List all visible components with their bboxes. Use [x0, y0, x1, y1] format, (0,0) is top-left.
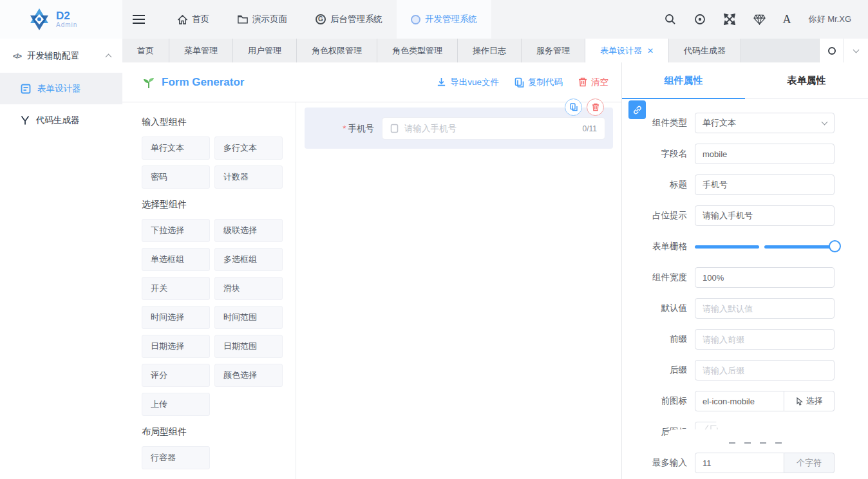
- char-counter: 0/11: [583, 124, 597, 133]
- placeholder-input[interactable]: [695, 205, 835, 226]
- font-size-button[interactable]: A: [783, 13, 791, 26]
- logo-text: D2 Admin: [56, 10, 77, 28]
- whiteout-smudge: [668, 429, 854, 453]
- form-grid-slider[interactable]: [695, 236, 841, 257]
- sidebar-item-form-designer[interactable]: 表单设计器: [0, 73, 122, 104]
- sidebar: </> 开发辅助配置 表单设计器 代码生成器: [0, 39, 122, 479]
- sprout-icon: [142, 75, 156, 89]
- component-palette: 输入型组件 单行文本 多行文本 密码 计数器 选择型组件 下拉选择 级联选择: [122, 102, 296, 479]
- required-mark: *: [343, 124, 346, 133]
- palette-item-switch[interactable]: 开关: [142, 277, 210, 300]
- sidebar-item-code-generator[interactable]: 代码生成器: [0, 104, 122, 136]
- nav-item-demo-pages[interactable]: 演示页面: [223, 0, 301, 39]
- gem-icon[interactable]: [753, 14, 766, 26]
- field-name-input[interactable]: [695, 144, 835, 164]
- hamburger-icon: [133, 19, 145, 21]
- page-tab-code-generator[interactable]: 代码生成器: [669, 39, 741, 62]
- page-tab-user-mgmt[interactable]: 用户管理: [233, 39, 297, 62]
- palette-item-date-range[interactable]: 日期范围: [214, 335, 283, 358]
- search-icon[interactable]: [665, 14, 677, 26]
- palette-item-rate[interactable]: 评分: [142, 364, 210, 387]
- nav-label: 首页: [192, 14, 209, 25]
- title-input[interactable]: [695, 174, 835, 195]
- page-tab-operation-log[interactable]: 操作日志: [458, 39, 522, 62]
- app-logo[interactable]: D2 Admin: [0, 0, 122, 39]
- row-component-width: 组件宽度: [632, 267, 868, 288]
- home-icon: [178, 15, 187, 24]
- generator-actions: 导出vue文件 复制代码 清空: [437, 77, 609, 88]
- palette-item-checkbox-group[interactable]: 多选框组: [214, 248, 283, 271]
- sidebar-group-label: 开发辅助配置: [27, 50, 79, 62]
- slider-track: [695, 245, 759, 249]
- default-value-input[interactable]: [695, 298, 835, 319]
- tab-label: 角色类型管理: [392, 45, 442, 57]
- palette-item-password[interactable]: 密码: [142, 165, 210, 189]
- g-circle-icon: G: [316, 14, 326, 24]
- nav-item-backend-system[interactable]: G 后台管理系统: [301, 0, 397, 39]
- nav-label: 演示页面: [252, 14, 287, 25]
- component-type-select[interactable]: 单行文本: [695, 113, 835, 133]
- delete-field-button[interactable]: [587, 99, 604, 116]
- tab-menu-button[interactable]: [844, 39, 868, 62]
- palette-item-single-line-text[interactable]: 单行文本: [142, 136, 210, 160]
- chevron-down-icon: [853, 46, 860, 53]
- prefix-input[interactable]: [695, 329, 835, 350]
- palette-item-radio-group[interactable]: 单选框组: [142, 248, 210, 271]
- page-tab-form-designer[interactable]: 表单设计器 ✕: [585, 39, 669, 62]
- page-tab-role-permission-mgmt[interactable]: 角色权限管理: [297, 39, 377, 62]
- nav-item-dev-system[interactable]: 开发管理系统: [397, 0, 491, 39]
- canvas-field-mobile[interactable]: *手机号 请输入手机号 0/11: [305, 108, 613, 149]
- max-input-field[interactable]: [695, 453, 784, 473]
- mobile-input[interactable]: 请输入手机号 0/11: [382, 117, 605, 140]
- row-back-icon: 后图标: [632, 422, 868, 442]
- page-tab-role-type-mgmt[interactable]: 角色类型管理: [377, 39, 458, 62]
- palette-item-slider[interactable]: 滑块: [214, 277, 283, 300]
- code-generator-icon: [21, 115, 30, 126]
- tab-refresh-button[interactable]: [819, 39, 844, 62]
- palette-item-counter[interactable]: 计数器: [214, 165, 283, 189]
- palette-item-time-picker[interactable]: 时间选择: [142, 306, 210, 329]
- palette-item-time-range[interactable]: 时间范围: [214, 306, 283, 329]
- duplicate-field-button[interactable]: [565, 99, 582, 116]
- field-actions: [565, 99, 604, 116]
- nav-label: 后台管理系统: [330, 14, 382, 25]
- palette-item-cascader[interactable]: 级联选择: [214, 219, 283, 242]
- page-tab-service-mgmt[interactable]: 服务管理: [522, 39, 585, 62]
- palette-item-upload[interactable]: 上传: [142, 393, 210, 416]
- field-label: 表单栅格: [632, 241, 687, 252]
- circle-dot-icon[interactable]: [694, 14, 706, 26]
- logo-title: D2: [56, 10, 77, 21]
- sidebar-group-dev-config[interactable]: </> 开发辅助配置: [0, 39, 122, 73]
- palette-item-row-container[interactable]: 行容器: [142, 446, 210, 469]
- palette-item-select[interactable]: 下拉选择: [142, 219, 210, 242]
- palette-item-multi-line-text[interactable]: 多行文本: [214, 136, 283, 160]
- link-field-button[interactable]: [628, 100, 646, 119]
- page-tab-menu-mgmt[interactable]: 菜单管理: [169, 39, 233, 62]
- app-window: D2 Admin 首页 演示页面 G 后台管理系统: [0, 0, 868, 479]
- field-label: 字段名: [632, 148, 687, 160]
- palette-item-date-picker[interactable]: 日期选择: [142, 335, 210, 358]
- topbar: D2 Admin 首页 演示页面 G 后台管理系统: [0, 0, 868, 39]
- close-icon[interactable]: ✕: [647, 47, 654, 55]
- copy-icon: [570, 103, 578, 111]
- slider-handle[interactable]: [829, 240, 841, 252]
- suffix-input[interactable]: [695, 360, 835, 380]
- tab-form-props[interactable]: 表单属性: [745, 62, 868, 99]
- tab-component-props[interactable]: 组件属性: [622, 62, 745, 99]
- nav-item-home[interactable]: 首页: [164, 0, 223, 39]
- user-greeting[interactable]: 你好 Mr.XG: [809, 14, 851, 25]
- chevron-down-icon: [822, 119, 828, 126]
- export-vue-button[interactable]: 导出vue文件: [437, 77, 499, 88]
- fullscreen-icon[interactable]: [724, 14, 736, 26]
- front-icon-select-button[interactable]: 选择: [784, 391, 835, 411]
- component-width-input[interactable]: [695, 267, 835, 288]
- row-max-input: 最多输入 个字符: [632, 453, 868, 473]
- page-tab-home[interactable]: 首页: [122, 39, 169, 62]
- form-canvas[interactable]: *手机号 请输入手机号 0/11: [296, 102, 621, 479]
- top-navigation: 首页 演示页面 G 后台管理系统 开发管理系统: [164, 0, 491, 39]
- palette-item-color-picker[interactable]: 颜色选择: [214, 364, 283, 387]
- copy-code-button[interactable]: 复制代码: [514, 77, 563, 88]
- clear-button[interactable]: 清空: [578, 77, 609, 88]
- front-icon-input[interactable]: [695, 391, 784, 411]
- menu-toggle-button[interactable]: [122, 0, 155, 39]
